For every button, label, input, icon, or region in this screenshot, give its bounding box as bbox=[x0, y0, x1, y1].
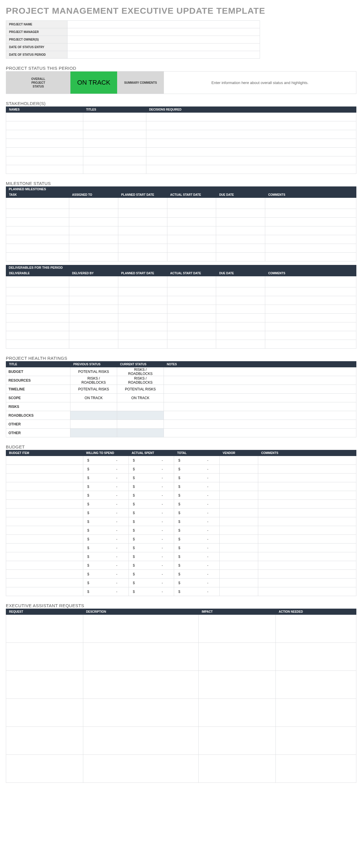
table-cell[interactable] bbox=[83, 130, 146, 139]
exec-cell[interactable] bbox=[6, 755, 83, 783]
table-cell[interactable] bbox=[118, 226, 167, 235]
budget-amount[interactable]: $- bbox=[129, 579, 174, 587]
budget-amount[interactable]: $- bbox=[129, 500, 174, 508]
budget-amount[interactable]: $- bbox=[83, 491, 129, 500]
info-value[interactable] bbox=[67, 36, 260, 43]
health-notes[interactable] bbox=[164, 411, 356, 420]
info-value[interactable] bbox=[67, 51, 260, 59]
budget-amount[interactable]: $- bbox=[174, 561, 220, 570]
exec-cell[interactable] bbox=[83, 755, 199, 783]
table-cell[interactable] bbox=[118, 198, 167, 209]
budget-comments[interactable] bbox=[258, 508, 356, 517]
health-notes[interactable] bbox=[164, 385, 356, 394]
budget-comments[interactable] bbox=[258, 500, 356, 508]
budget-amount[interactable]: $- bbox=[174, 491, 220, 500]
budget-item[interactable] bbox=[6, 517, 83, 526]
budget-vendor[interactable] bbox=[220, 473, 258, 482]
table-cell[interactable] bbox=[265, 331, 356, 340]
budget-amount[interactable]: $- bbox=[129, 570, 174, 579]
budget-vendor[interactable] bbox=[220, 561, 258, 570]
table-cell[interactable] bbox=[69, 276, 118, 287]
table-cell[interactable] bbox=[83, 113, 146, 121]
budget-amount[interactable]: $- bbox=[174, 526, 220, 535]
budget-comments[interactable] bbox=[258, 587, 356, 596]
table-cell[interactable] bbox=[167, 314, 216, 322]
budget-vendor[interactable] bbox=[220, 570, 258, 579]
budget-item[interactable] bbox=[6, 579, 83, 587]
table-cell[interactable] bbox=[6, 226, 69, 235]
budget-comments[interactable] bbox=[258, 456, 356, 465]
table-cell[interactable] bbox=[146, 130, 356, 139]
exec-cell[interactable] bbox=[83, 727, 199, 755]
budget-amount[interactable]: $- bbox=[83, 526, 129, 535]
health-notes[interactable] bbox=[164, 376, 356, 385]
table-cell[interactable] bbox=[265, 314, 356, 322]
table-cell[interactable] bbox=[118, 235, 167, 244]
budget-comments[interactable] bbox=[258, 473, 356, 482]
table-cell[interactable] bbox=[216, 322, 265, 331]
table-cell[interactable] bbox=[118, 218, 167, 226]
table-cell[interactable] bbox=[69, 235, 118, 244]
budget-amount[interactable]: $- bbox=[83, 473, 129, 482]
table-cell[interactable] bbox=[167, 218, 216, 226]
table-cell[interactable] bbox=[69, 340, 118, 349]
exec-cell[interactable] bbox=[276, 615, 356, 643]
budget-comments[interactable] bbox=[258, 482, 356, 491]
budget-vendor[interactable] bbox=[220, 587, 258, 596]
exec-cell[interactable] bbox=[83, 615, 199, 643]
exec-cell[interactable] bbox=[6, 615, 83, 643]
budget-item[interactable] bbox=[6, 491, 83, 500]
budget-amount[interactable]: $- bbox=[129, 561, 174, 570]
budget-comments[interactable] bbox=[258, 561, 356, 570]
budget-comments[interactable] bbox=[258, 465, 356, 473]
budget-item[interactable] bbox=[6, 544, 83, 552]
budget-item[interactable] bbox=[6, 587, 83, 596]
exec-cell[interactable] bbox=[83, 699, 199, 727]
exec-cell[interactable] bbox=[199, 643, 276, 671]
table-cell[interactable] bbox=[167, 235, 216, 244]
exec-cell[interactable] bbox=[276, 755, 356, 783]
budget-amount[interactable]: $- bbox=[174, 544, 220, 552]
table-cell[interactable] bbox=[83, 148, 146, 156]
exec-cell[interactable] bbox=[276, 643, 356, 671]
exec-cell[interactable] bbox=[6, 643, 83, 671]
budget-comments[interactable] bbox=[258, 544, 356, 552]
table-cell[interactable] bbox=[146, 139, 356, 148]
table-cell[interactable] bbox=[6, 331, 69, 340]
budget-amount[interactable]: $- bbox=[83, 508, 129, 517]
table-cell[interactable] bbox=[265, 305, 356, 314]
table-cell[interactable] bbox=[265, 218, 356, 226]
table-cell[interactable] bbox=[265, 296, 356, 305]
budget-vendor[interactable] bbox=[220, 465, 258, 473]
exec-cell[interactable] bbox=[83, 671, 199, 699]
table-cell[interactable] bbox=[265, 235, 356, 244]
table-cell[interactable] bbox=[6, 287, 69, 296]
table-cell[interactable] bbox=[216, 209, 265, 218]
table-cell[interactable] bbox=[265, 340, 356, 349]
info-value[interactable] bbox=[67, 21, 260, 28]
budget-amount[interactable]: $- bbox=[83, 500, 129, 508]
table-cell[interactable] bbox=[6, 156, 83, 165]
table-cell[interactable] bbox=[6, 305, 69, 314]
budget-amount[interactable]: $- bbox=[129, 491, 174, 500]
health-notes[interactable] bbox=[164, 394, 356, 402]
budget-amount[interactable]: $- bbox=[83, 465, 129, 473]
table-cell[interactable] bbox=[216, 314, 265, 322]
table-cell[interactable] bbox=[167, 331, 216, 340]
budget-comments[interactable] bbox=[258, 526, 356, 535]
budget-amount[interactable]: $- bbox=[83, 456, 129, 465]
table-cell[interactable] bbox=[167, 322, 216, 331]
budget-amount[interactable]: $- bbox=[174, 473, 220, 482]
table-cell[interactable] bbox=[118, 296, 167, 305]
table-cell[interactable] bbox=[118, 305, 167, 314]
table-cell[interactable] bbox=[216, 287, 265, 296]
table-cell[interactable] bbox=[6, 165, 83, 174]
table-cell[interactable] bbox=[6, 209, 69, 218]
table-cell[interactable] bbox=[167, 296, 216, 305]
table-cell[interactable] bbox=[69, 331, 118, 340]
table-cell[interactable] bbox=[167, 340, 216, 349]
table-cell[interactable] bbox=[69, 322, 118, 331]
budget-amount[interactable]: $- bbox=[129, 587, 174, 596]
table-cell[interactable] bbox=[83, 156, 146, 165]
table-cell[interactable] bbox=[216, 198, 265, 209]
